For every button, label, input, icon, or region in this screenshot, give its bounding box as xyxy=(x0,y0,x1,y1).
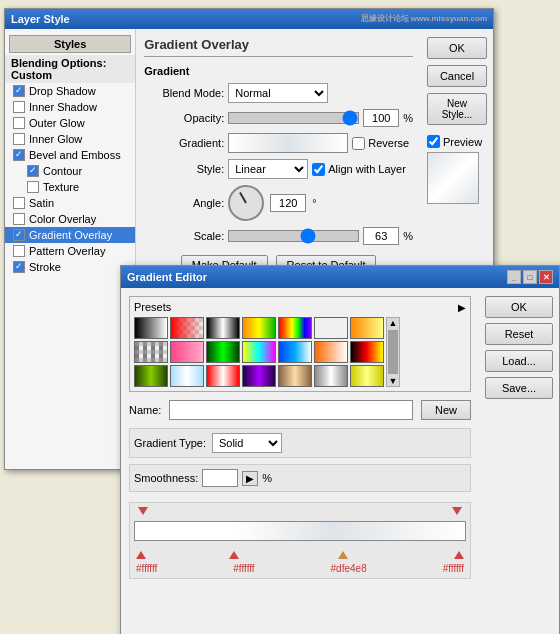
sidebar-item-satin[interactable]: Satin xyxy=(5,195,135,211)
stroke-checkbox[interactable] xyxy=(13,261,25,273)
new-style-button[interactable]: New Style... xyxy=(427,93,487,125)
opacity-slider[interactable] xyxy=(228,112,359,124)
bevel-emboss-checkbox[interactable] xyxy=(13,149,25,161)
blend-mode-label: Blend Mode: xyxy=(144,87,224,99)
blend-mode-select[interactable]: Normal xyxy=(228,83,328,103)
sidebar-item-drop-shadow[interactable]: Drop Shadow xyxy=(5,83,135,99)
swatch-17[interactable] xyxy=(206,365,240,387)
swatch-1[interactable] xyxy=(134,317,168,339)
scroll-down-button[interactable]: ▼ xyxy=(389,376,398,386)
name-input[interactable]: Custom xyxy=(169,400,413,420)
swatch-15[interactable] xyxy=(134,365,168,387)
angle-degree: ° xyxy=(312,197,316,209)
satin-checkbox[interactable] xyxy=(13,197,25,209)
cancel-button[interactable]: Cancel xyxy=(427,65,487,87)
scale-row: Scale: 63 % xyxy=(144,227,413,245)
sidebar-item-pattern-overlay[interactable]: Pattern Overlay xyxy=(5,243,135,259)
ok-button[interactable]: OK xyxy=(427,37,487,59)
drop-shadow-checkbox[interactable] xyxy=(13,85,25,97)
gradient-editor-title: Gradient Editor xyxy=(127,271,207,283)
scroll-up-button[interactable]: ▲ xyxy=(389,318,398,328)
swatch-20[interactable] xyxy=(314,365,348,387)
gradient-editor-main: Presets ▶ xyxy=(121,288,479,634)
sidebar-item-gradient-overlay[interactable]: Gradient Overlay xyxy=(5,227,135,243)
swatch-9[interactable] xyxy=(170,341,204,363)
gradient-overlay-checkbox[interactable] xyxy=(13,229,25,241)
swatches-scrollbar[interactable]: ▲ ▼ xyxy=(386,317,400,387)
swatch-2[interactable] xyxy=(170,317,204,339)
texture-checkbox[interactable] xyxy=(27,181,39,193)
swatch-5[interactable] xyxy=(278,317,312,339)
sidebar-item-outer-glow[interactable]: Outer Glow xyxy=(5,115,135,131)
sidebar-item-blending[interactable]: Blending Options: Custom xyxy=(5,55,135,83)
sidebar-item-stroke[interactable]: Stroke xyxy=(5,259,135,275)
swatch-6[interactable] xyxy=(314,317,348,339)
gradient-reset-button[interactable]: Reset xyxy=(485,323,553,345)
swatch-21[interactable] xyxy=(350,365,384,387)
color-stop-3[interactable] xyxy=(454,551,464,559)
gradient-type-select[interactable]: Solid xyxy=(212,433,282,453)
gradient-bar[interactable] xyxy=(134,521,466,541)
swatch-12[interactable] xyxy=(278,341,312,363)
pattern-overlay-checkbox[interactable] xyxy=(13,245,25,257)
maximize-button[interactable]: □ xyxy=(523,270,537,284)
color-stop-2[interactable] xyxy=(338,551,348,559)
swatch-13[interactable] xyxy=(314,341,348,363)
swatch-3[interactable] xyxy=(206,317,240,339)
sidebar-item-bevel-emboss[interactable]: Bevel and Emboss xyxy=(5,147,135,163)
preview-section: Preview xyxy=(427,135,487,204)
outer-glow-checkbox[interactable] xyxy=(13,117,25,129)
swatch-10[interactable] xyxy=(206,341,240,363)
sidebar-item-color-overlay[interactable]: Color Overlay xyxy=(5,211,135,227)
scale-slider[interactable] xyxy=(228,230,359,242)
sidebar-item-texture[interactable]: Texture xyxy=(19,179,135,195)
opacity-input[interactable]: 100 xyxy=(363,109,399,127)
contour-checkbox[interactable] xyxy=(27,165,39,177)
align-layer-label[interactable]: Align with Layer xyxy=(312,163,406,176)
sidebar-item-inner-glow[interactable]: Inner Glow xyxy=(5,131,135,147)
gradient-load-button[interactable]: Load... xyxy=(485,350,553,372)
smoothness-stepper[interactable]: ▶ xyxy=(242,471,258,486)
close-button[interactable]: ✕ xyxy=(539,270,553,284)
swatch-16[interactable] xyxy=(170,365,204,387)
preview-checkbox[interactable] xyxy=(427,135,440,148)
sidebar-item-inner-shadow[interactable]: Inner Shadow xyxy=(5,99,135,115)
swatch-4[interactable] xyxy=(242,317,276,339)
reverse-label[interactable]: Reverse xyxy=(352,137,409,150)
scale-input[interactable]: 63 xyxy=(363,227,399,245)
minimize-button[interactable]: _ xyxy=(507,270,521,284)
gradient-preview[interactable] xyxy=(228,133,348,153)
inner-glow-checkbox[interactable] xyxy=(13,133,25,145)
smoothness-input[interactable]: 100 xyxy=(202,469,238,487)
sidebar-item-contour[interactable]: Contour xyxy=(19,163,135,179)
preview-label-row[interactable]: Preview xyxy=(427,135,487,148)
color-stop-1[interactable] xyxy=(229,551,239,559)
gradient-save-button[interactable]: Save... xyxy=(485,377,553,399)
scroll-thumb[interactable] xyxy=(388,330,398,374)
style-select[interactable]: Linear xyxy=(228,159,308,179)
new-gradient-button[interactable]: New xyxy=(421,400,471,420)
color-overlay-checkbox[interactable] xyxy=(13,213,25,225)
opacity-stop-left[interactable] xyxy=(138,507,148,515)
angle-dial[interactable] xyxy=(228,185,264,221)
presets-arrow-icon[interactable]: ▶ xyxy=(458,302,466,313)
swatch-19[interactable] xyxy=(278,365,312,387)
swatch-18[interactable] xyxy=(242,365,276,387)
opacity-stop-right[interactable] xyxy=(452,507,462,515)
inner-shadow-checkbox[interactable] xyxy=(13,101,25,113)
align-layer-checkbox[interactable] xyxy=(312,163,325,176)
swatch-11[interactable] xyxy=(242,341,276,363)
swatch-7[interactable] xyxy=(350,317,384,339)
blend-mode-row: Blend Mode: Normal xyxy=(144,83,413,103)
swatches-grid xyxy=(134,317,384,387)
gradient-ok-button[interactable]: OK xyxy=(485,296,553,318)
angle-input[interactable]: 120 xyxy=(270,194,306,212)
style-label: Style: xyxy=(144,163,224,175)
swatch-8[interactable] xyxy=(134,341,168,363)
color-stop-1-marker xyxy=(229,551,239,559)
texture-label: Texture xyxy=(43,181,79,193)
reverse-checkbox[interactable] xyxy=(352,137,365,150)
styles-header: Styles xyxy=(9,35,131,53)
swatch-14[interactable] xyxy=(350,341,384,363)
color-stop-0[interactable] xyxy=(136,551,146,559)
